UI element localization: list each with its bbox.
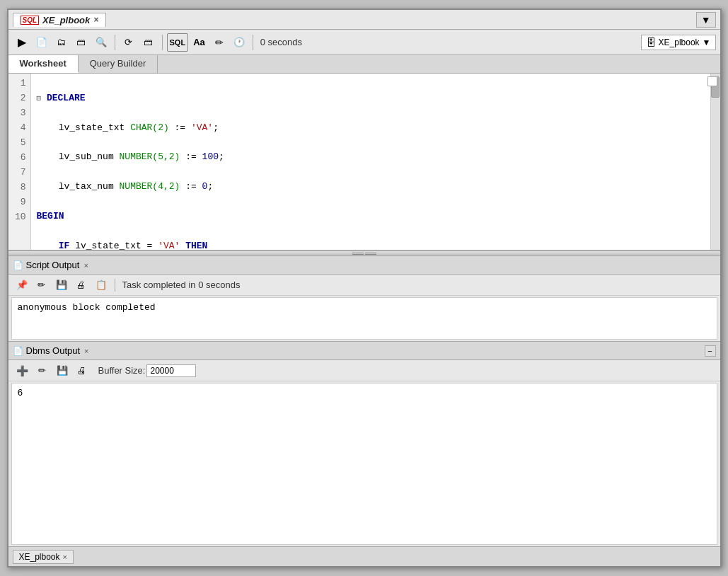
- edit-button[interactable]: ✏: [210, 33, 229, 52]
- tabs-row: Worksheet Query Builder: [8, 55, 720, 74]
- font-button[interactable]: Aa: [190, 33, 209, 52]
- code-editor[interactable]: 12345 678910 ⊟ DECLARE lv_state_txt CHAR…: [8, 74, 720, 250]
- sql-icon: SQL: [21, 16, 40, 25]
- dbms-output-close[interactable]: ×: [84, 347, 88, 355]
- code-line-2: lv_state_txt CHAR(2) := 'VA';: [37, 121, 705, 136]
- db-selector-arrow: ▼: [703, 38, 711, 47]
- buffer-size-input[interactable]: [146, 364, 196, 377]
- editor-scrollbar[interactable]: [710, 74, 720, 250]
- db-icon: 🗄: [646, 37, 656, 48]
- script-save-button[interactable]: 💾: [52, 276, 71, 294]
- refresh-button[interactable]: 🔍: [92, 33, 110, 52]
- sql-label-button[interactable]: SQL: [167, 33, 189, 52]
- script-output-header: 📄 Script Output ×: [8, 256, 720, 275]
- dbms-output-panel: 📄 Dbms Output × − ➕ ✏ 💾 🖨 Buffer Size: 6: [8, 341, 720, 546]
- resize-handle[interactable]: [8, 250, 720, 256]
- dbms-print-button[interactable]: 🖨: [73, 362, 91, 380]
- code-line-1: ⊟ DECLARE: [37, 91, 705, 106]
- refresh2-button[interactable]: ⟳: [120, 33, 138, 52]
- script-toolbar-sep: [115, 279, 115, 292]
- line-numbers: 12345 678910: [8, 74, 31, 250]
- db-button[interactable]: 🗃: [139, 33, 158, 52]
- script-pin-button[interactable]: 📌: [13, 276, 31, 294]
- dbms-output-content: 6: [11, 383, 717, 545]
- toolbar: ▶ 📄 🗂 🗃 🔍 ⟳ 🗃 SQL Aa ✏ 🕐 0 seconds 🗄 XE_…: [8, 30, 720, 55]
- script-output-toolbar: 📌 ✏ 💾 🖨 📋 Task completed in 0 seconds: [8, 275, 720, 296]
- toolbar-sep-1: [115, 35, 115, 50]
- code-content[interactable]: ⊟ DECLARE lv_state_txt CHAR(2) := 'VA'; …: [31, 74, 710, 250]
- script-output-content: anonymous block completed: [11, 297, 717, 340]
- dbms-toolbar: ➕ ✏ 💾 🖨 Buffer Size:: [8, 360, 720, 381]
- save-button[interactable]: 📄: [33, 33, 51, 52]
- dbms-output-header: 📄 Dbms Output × −: [8, 342, 720, 360]
- collapse-icon-1[interactable]: ⊟: [37, 94, 42, 103]
- clock-button[interactable]: 🕐: [230, 33, 248, 52]
- code-line-6: IF lv_state_txt = 'VA' THEN: [37, 239, 705, 250]
- dbms-minimize-button[interactable]: −: [705, 345, 716, 357]
- line-wrap-checkbox[interactable]: [707, 76, 717, 86]
- code-line-3: lv_sub_num NUMBER(5,2) := 100;: [37, 150, 705, 165]
- code-line-5: BEGIN: [37, 209, 705, 224]
- script-status-text: Task completed in 0 seconds: [122, 280, 241, 290]
- script-output-icon: 📄: [13, 260, 23, 270]
- title-bar-left: SQL XE_plbook ×: [13, 13, 107, 27]
- bottom-tab-xe[interactable]: XE_plbook ×: [13, 550, 74, 564]
- tab-worksheet[interactable]: Worksheet: [8, 55, 79, 73]
- script-output-title: Script Output: [26, 260, 80, 270]
- export-button[interactable]: 🗃: [72, 33, 91, 52]
- dbms-output-text: 6: [18, 388, 23, 398]
- dbms-output-icon: 📄: [13, 346, 23, 356]
- title-bar-right: ▼: [696, 12, 716, 28]
- resize-dot-1: [352, 253, 364, 255]
- script-edit-button[interactable]: ✏: [33, 276, 51, 294]
- script-output-panel: 📄 Script Output × 📌 ✏ 💾 🖨 📋 Task complet…: [8, 256, 720, 341]
- script-list-button[interactable]: 📋: [92, 276, 110, 294]
- bottom-tab-label: XE_plbook: [19, 552, 60, 562]
- open-button[interactable]: 🗂: [52, 33, 71, 52]
- toolbar-sep-2: [162, 35, 163, 50]
- window-dropdown-icon[interactable]: ▼: [696, 12, 716, 28]
- code-line-4: lv_tax_num NUMBER(4,2) := 0;: [37, 180, 705, 195]
- run-button[interactable]: ▶: [13, 33, 31, 52]
- dbms-output-title: Dbms Output: [26, 345, 81, 356]
- script-output-close[interactable]: ×: [83, 261, 88, 270]
- file-tab-label: XE_plbook: [42, 15, 90, 25]
- resize-dot-2: [365, 253, 376, 255]
- title-bar: SQL XE_plbook × ▼: [8, 10, 720, 30]
- dbms-save-button[interactable]: 💾: [53, 362, 71, 380]
- bottom-tabs: XE_plbook ×: [8, 546, 720, 566]
- main-window: SQL XE_plbook × ▼ ▶ 📄 🗂 🗃 🔍 ⟳ 🗃 SQL Aa ✏…: [7, 8, 722, 568]
- toolbar-sep-3: [253, 35, 253, 50]
- resize-dots: [352, 253, 376, 255]
- db-selector[interactable]: 🗄 XE_plbook ▼: [641, 35, 716, 50]
- db-selector-label: XE_plbook: [659, 38, 700, 47]
- file-tab[interactable]: SQL XE_plbook ×: [13, 13, 107, 27]
- file-tab-close[interactable]: ×: [93, 15, 98, 25]
- code-editor-wrapper: 12345 678910 ⊟ DECLARE lv_state_txt CHAR…: [8, 74, 720, 250]
- dbms-header-left: 📄 Dbms Output ×: [13, 345, 89, 356]
- timer-text: 0 seconds: [260, 37, 302, 47]
- dbms-add-button[interactable]: ➕: [13, 362, 32, 380]
- dbms-edit-button[interactable]: ✏: [33, 362, 52, 380]
- script-output-text: anonymous block completed: [18, 302, 156, 313]
- tab-query-builder[interactable]: Query Builder: [79, 55, 158, 73]
- toolbar-right: 🗄 XE_plbook ▼: [641, 35, 716, 50]
- script-print-button[interactable]: 🖨: [72, 276, 91, 294]
- buffer-size-label: Buffer Size:: [98, 365, 146, 376]
- bottom-tab-close[interactable]: ×: [63, 553, 67, 561]
